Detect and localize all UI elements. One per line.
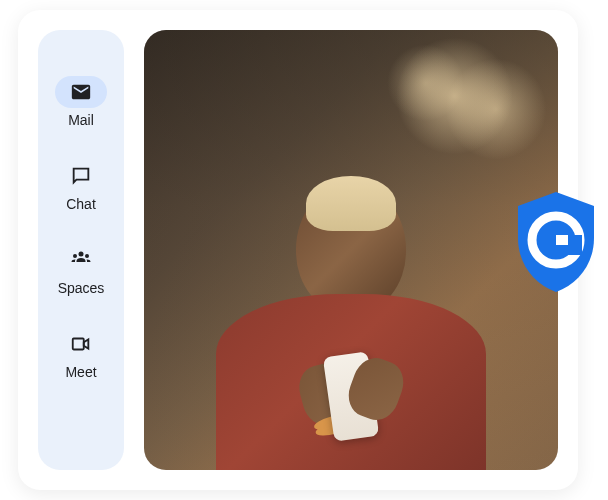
mail-icon <box>55 76 107 108</box>
spaces-icon <box>55 244 107 276</box>
svg-rect-6 <box>568 235 582 255</box>
meet-icon <box>55 328 107 360</box>
svg-point-1 <box>73 254 77 258</box>
sidebar-item-mail[interactable]: Mail <box>55 76 107 128</box>
sidebar-label-chat: Chat <box>66 196 96 212</box>
sidebar-nav: Mail Chat Spaces <box>38 30 124 470</box>
svg-point-2 <box>85 254 89 258</box>
security-shield-badge <box>512 190 600 294</box>
sidebar-item-chat[interactable]: Chat <box>55 160 107 212</box>
person-illustration <box>211 184 491 470</box>
sidebar-item-meet[interactable]: Meet <box>55 328 107 380</box>
svg-point-0 <box>79 252 84 257</box>
sidebar-label-mail: Mail <box>68 112 94 128</box>
app-container: Mail Chat Spaces <box>18 10 578 490</box>
sidebar-item-spaces[interactable]: Spaces <box>55 244 107 296</box>
sidebar-label-meet: Meet <box>65 364 96 380</box>
sidebar-label-spaces: Spaces <box>58 280 105 296</box>
svg-rect-3 <box>73 339 84 350</box>
hero-image <box>144 30 558 470</box>
chat-icon <box>55 160 107 192</box>
